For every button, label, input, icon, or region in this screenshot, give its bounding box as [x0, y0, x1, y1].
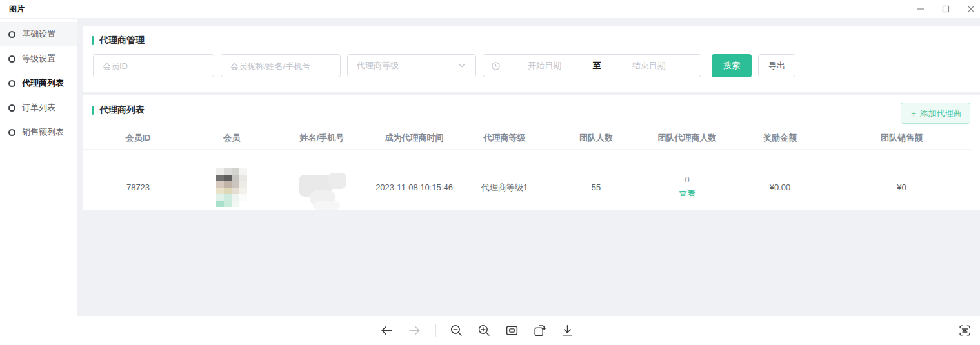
date-separator: 至: [589, 60, 605, 72]
cell-name-phone: [279, 167, 365, 208]
cell-reward-amount: ¥0.00: [728, 182, 832, 192]
title-accent-bar: [92, 36, 94, 45]
cell-member-id: 78723: [92, 182, 185, 192]
cell-member-avatar: [185, 168, 279, 207]
forward-arrow-icon[interactable]: [408, 324, 422, 338]
clock-icon: [491, 61, 501, 71]
radio-circle-icon: [8, 80, 15, 87]
viewer-toolbar: [0, 316, 980, 345]
admin-sidebar: 基础设置 等级设置 代理商列表 订单列表 销售额列表: [0, 19, 77, 316]
member-avatar-mosaic: [216, 168, 247, 207]
col-header-member: 会员: [185, 132, 279, 144]
sidebar-item-agent-list[interactable]: 代理商列表: [0, 71, 77, 95]
photos-app-window: 图片 基础设置 等级设置 代: [0, 0, 980, 345]
col-header-become-time: 成为代理商时间: [365, 132, 463, 144]
agent-list-panel: 代理商列表 ＋ 添加代理商 会员ID 会员 姓名/手机号 成为代理商时间 代理商…: [83, 95, 980, 210]
toolbar-divider: [435, 324, 436, 337]
maximize-icon[interactable]: [941, 5, 950, 14]
chevron-down-icon: [457, 61, 466, 70]
add-agent-button[interactable]: ＋ 添加代理商: [901, 103, 970, 124]
admin-main-area: 代理商管理 代理商等级: [77, 18, 980, 316]
save-icon[interactable]: [561, 324, 575, 338]
text-scan-icon[interactable]: [957, 323, 972, 339]
back-arrow-icon[interactable]: [380, 324, 394, 338]
list-panel-title: 代理商列表: [92, 104, 980, 116]
image-viewer-canvas: 基础设置 等级设置 代理商列表 订单列表 销售额列表: [0, 18, 980, 316]
col-header-name-phone: 姓名/手机号: [279, 132, 365, 144]
window-controls: [916, 5, 980, 14]
radio-circle-icon: [8, 104, 15, 112]
col-header-team-sales: 团队销售额: [832, 132, 971, 144]
window-title: 图片: [0, 4, 25, 15]
filter-panel-title-text: 代理商管理: [99, 35, 145, 46]
sidebar-item-order-list[interactable]: 订单列表: [0, 95, 77, 120]
sidebar-item-level-settings[interactable]: 等级设置: [0, 46, 77, 71]
agent-filter-panel: 代理商管理 代理商等级: [83, 26, 980, 92]
col-header-team-count: 团队人数: [546, 132, 646, 144]
filter-row: 代理商等级 开始日期 至 结束日期 搜索: [93, 54, 980, 77]
sidebar-item-label: 等级设置: [22, 53, 55, 64]
cell-become-time: 2023-11-08 10:15:46: [365, 182, 463, 192]
window-titlebar: 图片: [0, 0, 980, 18]
minimize-icon[interactable]: [916, 5, 925, 14]
agent-level-select[interactable]: 代理商等级: [347, 54, 476, 77]
add-agent-button-label: 添加代理商: [920, 108, 962, 119]
view-link[interactable]: 查看: [646, 188, 728, 200]
sidebar-item-label: 基础设置: [22, 28, 55, 40]
radio-circle-icon: [8, 31, 15, 38]
end-date-field[interactable]: 结束日期: [605, 60, 694, 72]
title-accent-bar: [92, 106, 94, 115]
table-header-row: 会员ID 会员 姓名/手机号 成为代理商时间 代理商等级 团队人数 团队代理商人…: [83, 126, 971, 150]
sidebar-item-label: 订单列表: [22, 102, 55, 113]
blurred-name-blobs: [295, 167, 349, 208]
col-header-reward-amount: 奖励金额: [728, 132, 832, 144]
filter-panel-title: 代理商管理: [92, 35, 980, 46]
col-header-member-id: 会员ID: [92, 132, 185, 144]
rotate-icon[interactable]: [533, 324, 547, 338]
col-header-team-agent-count: 团队代理商人数: [646, 132, 728, 144]
zoom-in-icon[interactable]: [477, 324, 492, 338]
sidebar-item-sales-list[interactable]: 销售额列表: [0, 120, 77, 144]
start-date-field[interactable]: 开始日期: [501, 60, 589, 72]
close-icon[interactable]: [966, 5, 975, 14]
table-row: 78723 2023-11-08 10:15:46 代理商等级1 55 0: [83, 160, 971, 215]
list-panel-title-text: 代理商列表: [99, 104, 145, 116]
zoom-out-icon[interactable]: [450, 324, 464, 338]
cell-agent-level: 代理商等级1: [463, 182, 546, 193]
sidebar-item-basic-settings[interactable]: 基础设置: [0, 22, 77, 46]
cell-team-count: 55: [546, 182, 646, 192]
radio-circle-icon: [8, 129, 15, 136]
cell-team-sales: ¥0: [832, 182, 971, 192]
search-button[interactable]: 搜索: [712, 54, 752, 77]
radio-circle-icon: [8, 55, 15, 63]
sidebar-item-label: 销售额列表: [22, 126, 64, 138]
col-header-agent-level: 代理商等级: [463, 132, 546, 144]
nickname-input[interactable]: [221, 54, 341, 77]
date-range-picker[interactable]: 开始日期 至 结束日期: [483, 54, 701, 77]
agent-level-select-placeholder: 代理商等级: [357, 60, 399, 72]
member-id-input[interactable]: [93, 54, 214, 77]
cell-team-agent-count: 0 查看: [646, 175, 728, 200]
plus-icon: ＋: [910, 108, 918, 119]
export-button[interactable]: 导出: [758, 54, 795, 77]
fit-to-window-icon[interactable]: [505, 324, 519, 338]
viewer-controls-group: [380, 324, 575, 338]
sidebar-item-label: 代理商列表: [22, 77, 64, 89]
team-agent-count-value: 0: [685, 175, 689, 184]
